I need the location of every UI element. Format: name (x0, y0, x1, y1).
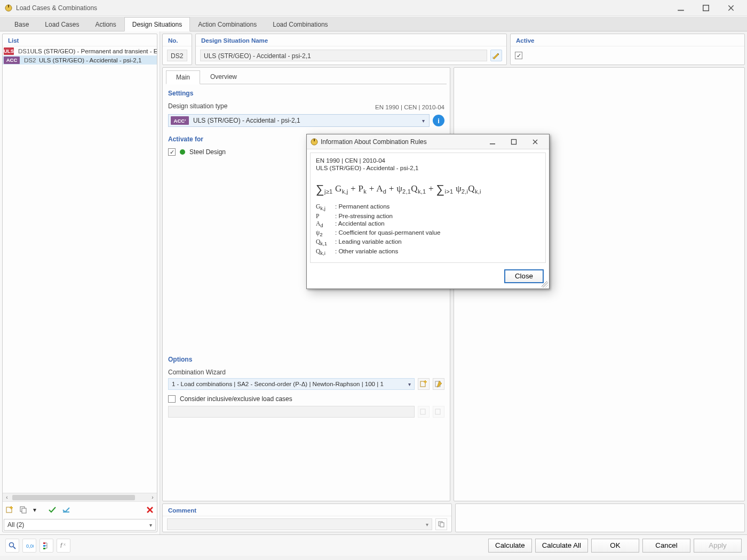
name-value: ULS (STR/GEO) - Accidental - psi-2,1 (200, 50, 487, 61)
tree-button[interactable] (39, 539, 53, 553)
subtab-overview[interactable]: Overview (200, 70, 247, 84)
legend-description: : Coefficient for quasi-permanent value (335, 229, 540, 237)
active-checkbox[interactable] (515, 52, 522, 59)
dialog-code-line: EN 1990 | CEN | 2010-04 (316, 157, 540, 164)
uncheck-all-button[interactable] (60, 504, 72, 516)
list-filter-dropdown[interactable]: All (2) ▾ (4, 519, 156, 531)
comment-preview-panel (455, 503, 745, 532)
svg-rect-3 (703, 5, 709, 11)
dialog-close-action-button[interactable]: Close (504, 269, 544, 283)
scroll-left-arrow-icon[interactable]: ‹ (3, 494, 11, 500)
delete-item-button[interactable] (144, 504, 156, 516)
resize-grip-icon[interactable] (542, 281, 548, 287)
scroll-thumb[interactable] (12, 495, 135, 500)
app-icon (310, 138, 319, 146)
calculate-button[interactable]: Calculate (488, 539, 532, 553)
svg-rect-27 (512, 139, 516, 144)
tab-base[interactable]: Base (6, 17, 37, 31)
legend-symbol: Ad (316, 220, 335, 228)
svg-rect-8 (22, 508, 26, 513)
wizard-edit-button[interactable] (433, 378, 444, 390)
inclusive-exclusive-dropdown (168, 406, 415, 418)
name-panel: Design Situation Name ULS (STR/GEO) - Ac… (195, 34, 507, 65)
dialog-maximize-button[interactable] (503, 135, 525, 149)
copy-item-button[interactable] (18, 504, 29, 516)
tab-load-combinations[interactable]: Load Combinations (265, 17, 336, 31)
active-label: Active (511, 34, 744, 46)
comment-header: Comment (163, 504, 451, 516)
settings-header: Settings (163, 84, 450, 99)
cancel-button[interactable]: Cancel (642, 539, 690, 553)
ok-button[interactable]: OK (591, 539, 639, 553)
combination-wizard-dropdown[interactable]: 1 - Load combinations | SA2 - Second-ord… (168, 378, 415, 390)
legend-symbol: ψ2 (316, 229, 335, 237)
chevron-down-icon: ▾ (426, 522, 428, 527)
inclusive-new-button (418, 406, 430, 418)
legend-description: : Leading variable action (335, 238, 540, 246)
list-panel: List ULSDS1ULS (STR/GEO) - Permanent and… (2, 34, 157, 532)
pencil-icon (491, 51, 501, 60)
svg-rect-6 (10, 507, 13, 508)
window-minimize-button[interactable] (669, 1, 693, 15)
search-button[interactable] (5, 539, 19, 553)
main-tabstrip: BaseLoad CasesActionsDesign SituationsAc… (0, 16, 747, 31)
legend-symbol: Qk,1 (316, 238, 335, 246)
dialog-minimize-button[interactable] (482, 135, 503, 149)
svg-rect-20 (43, 545, 45, 547)
list-item[interactable]: ACCDS2ULS (STR/GEO) - Accidental - psi-2… (3, 55, 157, 65)
function-button[interactable]: fx (57, 539, 70, 553)
design-situation-list[interactable]: ULSDS1ULS (STR/GEO) - Permanent and tran… (3, 46, 157, 492)
acc-badge-icon: ACC (4, 57, 20, 64)
combination-rules-dialog: Information About Combination Rules EN 1… (306, 134, 550, 289)
svg-rect-19 (43, 542, 45, 544)
dialog-title: Information About Combination Rules (321, 138, 482, 146)
comment-copy-button[interactable] (435, 518, 447, 530)
no-panel: No. DS2 (162, 34, 192, 65)
edit-name-button[interactable] (490, 50, 502, 61)
svg-point-17 (10, 542, 14, 547)
active-panel: Active (510, 34, 745, 65)
copy-dropdown-button[interactable]: ▾ (31, 504, 38, 516)
list-header: List (3, 34, 157, 46)
consider-inclusive-exclusive-checkbox[interactable] (168, 395, 176, 403)
design-situation-type-label: Design situation type (168, 102, 227, 110)
legend-symbol: Gk,j (316, 203, 335, 211)
tab-design-situations[interactable]: Design Situations (124, 17, 190, 31)
dialog-close-button[interactable] (525, 135, 546, 149)
subtab-main[interactable]: Main (166, 70, 200, 84)
chevron-down-icon: ▾ (149, 522, 152, 528)
list-horizontal-scrollbar[interactable]: ‹ › (3, 493, 157, 501)
status-dot-icon (180, 149, 185, 155)
design-situation-type-dropdown[interactable]: ACC' ULS (STR/GEO) - Accidental - psi-2,… (168, 114, 430, 127)
svg-text:f: f (60, 542, 63, 549)
formula-legend: Gk,j: Permanent actionsP: Pre-stressing … (316, 203, 540, 255)
comment-dropdown[interactable]: ▾ (167, 518, 432, 530)
steel-design-checkbox[interactable] (168, 148, 176, 156)
detail-subtabstrip: MainOverview (163, 68, 450, 84)
list-toolbar: ▾ (3, 501, 157, 518)
check-all-button[interactable] (46, 504, 58, 516)
tab-action-combinations[interactable]: Action Combinations (190, 17, 265, 31)
chevron-down-icon: ▾ (420, 118, 427, 124)
list-item-name: ULS (STR/GEO) - Accidental - psi-2,1 (39, 57, 141, 63)
design-situation-type-value: ULS (STR/GEO) - Accidental - psi-2,1 (193, 117, 417, 124)
svg-rect-21 (43, 548, 45, 549)
no-value: DS2 (167, 50, 187, 61)
new-item-button[interactable] (4, 504, 15, 516)
window-maximize-button[interactable] (694, 1, 718, 15)
legend-description: : Pre-stressing action (335, 213, 540, 219)
list-item[interactable]: ULSDS1ULS (STR/GEO) - Permanent and tran… (3, 46, 157, 55)
tab-load-cases[interactable]: Load Cases (37, 17, 87, 31)
scroll-right-arrow-icon[interactable]: › (148, 494, 157, 500)
combination-formula: ∑j≥1 Gk,j + Pk + Ad + ψ2,1Qk,1 + ∑i>1 ψ2… (316, 181, 540, 195)
combination-wizard-value: 1 - Load combinations | SA2 - Second-ord… (172, 381, 408, 387)
uls-badge-icon: ULS (4, 47, 14, 55)
info-button[interactable]: i (433, 115, 444, 126)
app-icon (4, 4, 13, 12)
tab-actions[interactable]: Actions (87, 17, 124, 31)
window-close-button[interactable] (719, 1, 743, 15)
consider-inclusive-exclusive-label: Consider inclusive/exclusive load cases (180, 395, 292, 403)
units-button[interactable]: 0,00 (22, 539, 36, 553)
wizard-new-button[interactable] (418, 378, 430, 390)
calculate-all-button[interactable]: Calculate All (535, 539, 588, 553)
